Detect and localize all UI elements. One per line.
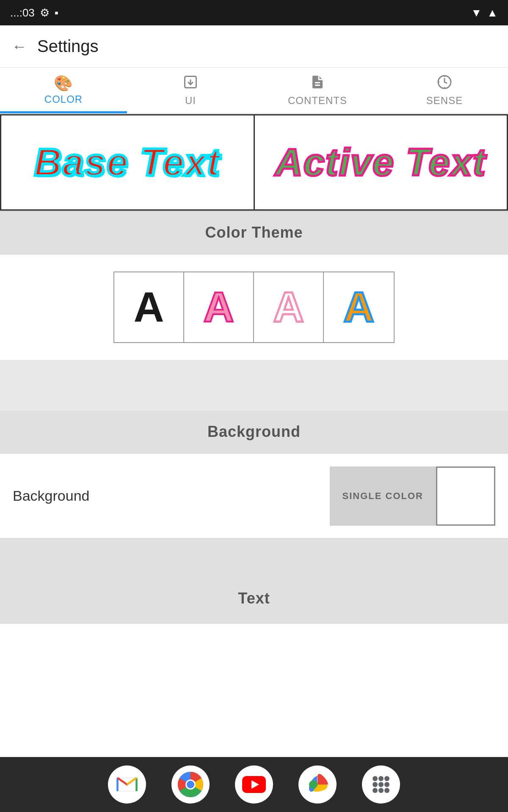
svg-point-17 (373, 782, 378, 787)
color-preview-box[interactable] (436, 466, 495, 526)
status-time: ...:03 (10, 6, 35, 19)
gmail-app-icon[interactable] (108, 765, 146, 804)
settings-status-icon: ⚙ (40, 6, 50, 19)
document-icon (310, 74, 325, 92)
signal-icon: ▲ (487, 6, 498, 19)
palette-icon: 🎨 (54, 76, 73, 91)
theme-option-black[interactable]: A (114, 272, 184, 342)
text-section-title: Text (238, 590, 270, 607)
tab-ui-label: UI (185, 95, 196, 107)
photos-app-icon[interactable] (298, 765, 337, 804)
back-button[interactable]: ← (12, 38, 27, 55)
tab-sense-label: SENSE (426, 95, 463, 107)
status-bar-left: ...:03 ⚙ ▪ (10, 6, 58, 19)
tab-bar: 🎨 COLOR UI CONTENTS (0, 68, 508, 114)
svg-point-20 (373, 788, 378, 793)
svg-point-15 (378, 776, 384, 781)
clock-icon (437, 74, 452, 92)
svg-point-21 (378, 788, 384, 793)
page-title: Settings (37, 37, 99, 56)
theme-option-orange[interactable]: A (324, 272, 394, 342)
base-text-preview[interactable]: Base Text (0, 114, 255, 211)
theme-option-outline[interactable]: A (254, 272, 324, 342)
background-section-header: Background (0, 411, 508, 453)
color-theme-header: Color Theme (0, 211, 508, 254)
theme-a-pink-label: A (203, 283, 234, 332)
active-text-preview[interactable]: Active Text (255, 114, 508, 211)
tab-sense[interactable]: SENSE (381, 68, 508, 113)
apps-grid-icon[interactable] (362, 765, 400, 804)
tab-color[interactable]: 🎨 COLOR (0, 68, 127, 113)
base-text-display: Base Text (34, 141, 221, 184)
theme-a-black-label: A (133, 283, 164, 332)
background-row-label: Background (13, 488, 89, 504)
active-text-display: Active Text (275, 141, 486, 184)
background-options: SINGLE COLOR (330, 466, 495, 526)
download-icon (183, 74, 198, 92)
svg-point-14 (373, 776, 378, 781)
tab-contents[interactable]: CONTENTS (254, 68, 381, 113)
color-theme-title: Color Theme (205, 224, 303, 241)
bottom-nav (0, 757, 508, 812)
text-section-spacer (0, 539, 508, 573)
single-color-button[interactable]: SINGLE COLOR (330, 466, 436, 526)
svg-point-16 (384, 776, 389, 781)
theme-options-container: A A A A (113, 272, 395, 343)
svg-point-19 (384, 782, 389, 787)
app-bar: ← Settings (0, 25, 508, 68)
wifi-icon: ▼ (471, 6, 482, 19)
status-bar-right: ▼ ▲ (471, 6, 498, 19)
svg-point-18 (378, 782, 384, 787)
theme-a-orange-label: A (343, 283, 374, 332)
battery-status-icon: ▪ (55, 6, 58, 19)
color-theme-section: A A A A (0, 255, 508, 360)
svg-point-11 (187, 781, 194, 788)
theme-a-outline-label: A (273, 283, 304, 332)
chrome-app-icon[interactable] (171, 765, 210, 804)
preview-area: Base Text Active Text (0, 114, 508, 211)
tab-ui[interactable]: UI (127, 68, 254, 113)
background-spacer (0, 360, 508, 411)
theme-option-pink[interactable]: A (184, 272, 254, 342)
background-row: Background SINGLE COLOR (0, 454, 508, 538)
tab-color-label: COLOR (44, 93, 83, 105)
text-section-header: Text (0, 573, 508, 624)
status-bar: ...:03 ⚙ ▪ ▼ ▲ (0, 0, 508, 25)
tab-contents-label: CONTENTS (288, 95, 347, 107)
svg-point-22 (384, 788, 389, 793)
youtube-app-icon[interactable] (235, 765, 273, 804)
background-section-title: Background (207, 423, 301, 441)
